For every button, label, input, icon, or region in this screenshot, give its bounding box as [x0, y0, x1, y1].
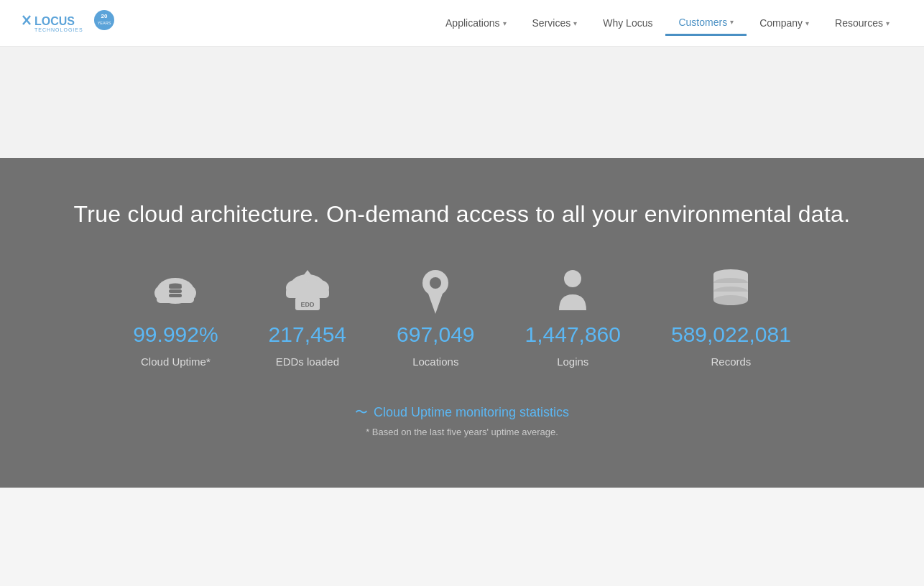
svg-text:YEARS: YEARS — [98, 21, 111, 25]
nav-services[interactable]: Services ▾ — [519, 11, 591, 34]
svg-text:LOCUS: LOCUS — [34, 15, 75, 27]
header: LOCUS TECHNOLOGIES 20 YEARS Applications… — [0, 0, 924, 47]
svg-rect-12 — [169, 289, 182, 293]
chevron-down-icon: ▾ — [805, 19, 809, 27]
records-number: 589,022,081 — [671, 322, 791, 347]
locations-number: 697,049 — [397, 322, 474, 347]
logins-number: 1,447,860 — [525, 322, 621, 347]
database-icon — [706, 267, 756, 314]
svg-point-14 — [169, 283, 182, 287]
svg-text:TECHNOLOGIES: TECHNOLOGIES — [34, 27, 83, 32]
stat-uptime: 99.992% Cloud Uptime* — [133, 267, 218, 368]
main-nav: Applications ▾ Services ▾ Why Locus Cust… — [433, 11, 902, 36]
locations-label: Locations — [412, 355, 458, 368]
stat-records: 589,022,081 Records — [671, 267, 791, 368]
stats-headline: True cloud architecture. On-demand acces… — [57, 201, 867, 228]
uptime-link-container: 〜 Cloud Uptime monitoring statistics * B… — [57, 404, 867, 437]
chevron-down-icon: ▾ — [730, 18, 734, 26]
edds-number: 217,454 — [269, 322, 346, 347]
uptime-note: * Based on the last five years' uptime a… — [57, 427, 867, 437]
stat-locations: 697,049 Locations — [397, 267, 474, 368]
bottom-area — [0, 488, 924, 524]
chevron-down-icon: ▾ — [503, 19, 507, 27]
stats-section: True cloud architecture. On-demand acces… — [0, 158, 924, 488]
svg-marker-20 — [303, 270, 312, 276]
activity-icon: 〜 — [355, 404, 368, 421]
svg-text:EDD: EDD — [300, 301, 315, 308]
svg-point-25 — [564, 270, 581, 287]
nav-why-locus[interactable]: Why Locus — [590, 11, 665, 34]
stat-logins: 1,447,860 Logins — [525, 267, 621, 368]
nav-customers[interactable]: Customers ▾ — [665, 11, 747, 36]
logo[interactable]: LOCUS TECHNOLOGIES 20 YEARS — [22, 9, 115, 37]
pin-icon — [410, 267, 461, 314]
uptime-number: 99.992% — [133, 322, 218, 347]
nav-resources[interactable]: Resources ▾ — [822, 11, 902, 34]
edd-icon: EDD — [282, 267, 333, 314]
svg-point-24 — [430, 277, 441, 289]
nav-company[interactable]: Company ▾ — [747, 11, 822, 34]
chevron-down-icon: ▾ — [886, 19, 890, 27]
svg-point-32 — [713, 295, 748, 305]
svg-rect-18 — [286, 288, 329, 298]
records-label: Records — [711, 355, 751, 368]
hero-area — [0, 47, 924, 158]
stats-row: 99.992% Cloud Uptime* EDD — [57, 267, 867, 368]
person-icon — [548, 267, 598, 314]
svg-text:20: 20 — [101, 13, 108, 19]
cloud-icon — [150, 267, 200, 314]
logins-label: Logins — [557, 355, 588, 368]
chevron-down-icon: ▾ — [573, 19, 577, 27]
edds-label: EDDs loaded — [276, 355, 339, 368]
nav-applications[interactable]: Applications ▾ — [433, 11, 519, 34]
uptime-label: Cloud Uptime* — [141, 355, 211, 368]
locus-logo: LOCUS TECHNOLOGIES 20 YEARS — [22, 9, 115, 37]
uptime-monitoring-link[interactable]: 〜 Cloud Uptime monitoring statistics — [355, 404, 569, 421]
stat-edds: EDD 217,454 EDDs loaded — [269, 267, 346, 368]
svg-rect-13 — [169, 294, 182, 297]
